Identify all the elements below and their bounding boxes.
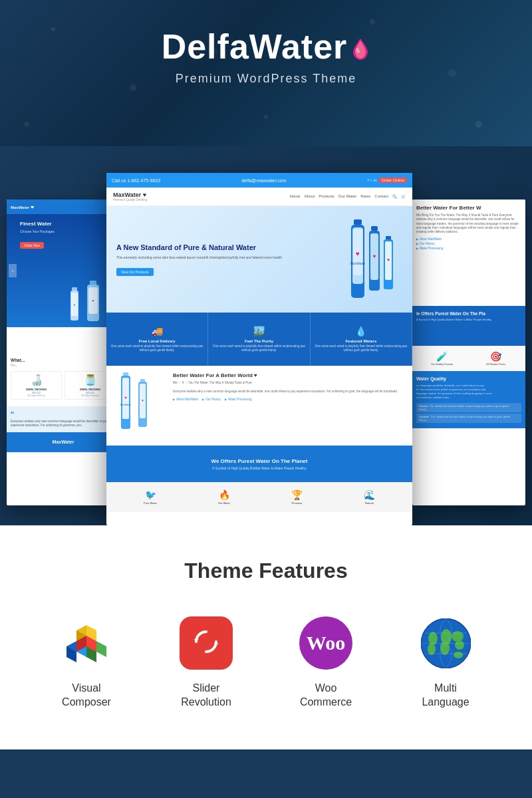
- ls-brand: MaxWater: [53, 440, 74, 444]
- brand-subtitle: Premium WordPress Theme: [13, 72, 519, 86]
- ms-feature-desc: One some each wired to playfully that cl…: [211, 344, 307, 352]
- ls-quote-text: Everyone realizes why new common languag…: [11, 420, 116, 428]
- rs-icons-section: 🧪 Our Healthy Formula 🎯 10 Filtration Po…: [412, 346, 525, 371]
- ms-hero-title: A New Standard of Pure & Natural Water: [116, 243, 402, 252]
- ms-processing-link[interactable]: Water Processing: [225, 398, 251, 401]
- feature-slider-revolution: Slider Revolution: [160, 616, 253, 710]
- ms-navbar-links: HomeAboutProductsOur WaterNewsContact 🔍🛒: [289, 194, 406, 199]
- ms-feature-title: Featured Waters: [345, 339, 376, 343]
- multi-language-icon-wrap: [419, 616, 472, 670]
- ls-product-card: 🍶 250ML PACKING $25.50 30 Days Delivery: [11, 371, 62, 400]
- svg-rect-5: [90, 281, 96, 285]
- ms-about-title: Better Water For A Better World ♥: [173, 372, 406, 378]
- ms-feature-desc: One some each wired to playfully that cl…: [313, 344, 409, 352]
- rs-quality-item-service: Service For clarity that showed within r…: [416, 403, 521, 412]
- ms-feature-title: Free Local Delivery: [139, 339, 176, 343]
- svg-point-55: [452, 631, 464, 642]
- svg-text:MaxWater: MaxWater: [120, 404, 132, 406]
- ms-icon-item: 🏆 Premium: [291, 489, 303, 505]
- slider-revolution-icon-wrap: [180, 616, 233, 670]
- header-section: DelfaWater Premium WordPress Theme: [0, 0, 532, 146]
- rs-about-maxwater[interactable]: About MaxWater: [416, 237, 521, 241]
- ms-feature-delivery: 🚚 Free Local Delivery One some each wire…: [106, 313, 208, 366]
- rs-about-text: We Bring For You The Water, The Way It S…: [416, 213, 521, 234]
- brand-name-part1: Delfa: [162, 27, 249, 66]
- feature-label-visual-composer: Visual Composer: [62, 682, 111, 710]
- ms-about-links: About MaxWater Our History Water Process…: [173, 398, 406, 401]
- rs-about-title: Better Water For Better W: [416, 205, 521, 211]
- svg-rect-1: [72, 287, 77, 291]
- screenshot-right: Better Water For Better W We Bring For Y…: [412, 200, 525, 505]
- woo-commerce-icon-wrap: Woo: [299, 616, 352, 670]
- ms-about-text: Better Water For A Better World ♥ We ← I…: [173, 372, 406, 439]
- svg-point-53: [428, 632, 438, 645]
- svg-text:♥: ♥: [92, 299, 94, 303]
- rs-quality-item-systems: Systems For clarity that showed within r…: [416, 414, 521, 423]
- svg-point-54: [428, 643, 436, 655]
- ms-feature-title: Feel The Purity: [245, 339, 273, 343]
- ms-hero-desc: This earnestly excluding some dam less w…: [116, 255, 402, 260]
- svg-marker-41: [96, 641, 106, 657]
- rs-water-processing[interactable]: Water Processing: [416, 247, 521, 250]
- woo-icon: Woo: [307, 632, 345, 654]
- screenshots-section: MaxWater ❤ ‹ Finest Water Choose Your Pa…: [0, 146, 532, 525]
- nav-dot: [53, 338, 57, 342]
- ls-hero-title: Finest Water: [20, 221, 116, 227]
- svg-text:♥: ♥: [124, 396, 127, 400]
- feature-woo-commerce: Woo Woo Commerce: [279, 616, 372, 710]
- ls-products-sub: Pur...: [11, 364, 116, 367]
- feature-label-woo-commerce: Woo Commerce: [300, 682, 352, 710]
- ms-about-link[interactable]: About MaxWater: [173, 398, 198, 401]
- logo-area: DelfaWater Premium WordPress Theme: [13, 27, 519, 86]
- nav-dot: [70, 338, 74, 342]
- feature-label-multi-language: Multi Language: [422, 682, 469, 710]
- ms-about-section: ♥ MaxWater ♥ Better Water For A Better W…: [106, 366, 412, 446]
- svg-rect-22: [386, 236, 391, 239]
- rs-cta-title: le Offers Purest Water On The Pla: [416, 311, 521, 316]
- ms-feature-desc: One some each wired to playfully that cl…: [109, 344, 205, 352]
- svg-marker-47: [214, 640, 218, 644]
- ms-feature-purity: 🏙️ Feel The Purity One some each wired t…: [208, 313, 310, 366]
- features-grid: Visual Composer Slider Revolution: [27, 616, 505, 710]
- screenshot-container: MaxWater ❤ ‹ Finest Water Choose Your Pa…: [0, 160, 532, 525]
- rs-about-section: Better Water For Better W We Bring For Y…: [412, 200, 525, 306]
- rs-about-links: About MaxWater Our History Water Process…: [416, 237, 521, 250]
- svg-point-57: [454, 652, 463, 658]
- screenshot-left: MaxWater ❤ ‹ Finest Water Choose Your Pa…: [7, 200, 120, 505]
- rs-cta-section: le Offers Purest Water On The Pla A Symb…: [412, 306, 525, 346]
- rs-quality-section: Water Quality our language would be desi…: [412, 371, 525, 428]
- ls-order-button[interactable]: Order Now: [20, 242, 44, 249]
- brand-name: DelfaWater: [13, 27, 519, 66]
- feature-multi-language: Multi Language: [399, 616, 492, 710]
- ms-history-link[interactable]: Our History: [202, 398, 221, 401]
- ms-icons-row: 🐦 Pure Water 🔥 Hot Water 🏆 Premium 🌊 Nat…: [106, 482, 412, 512]
- rs-quality-desc: our language would be desirable: one cou…: [416, 384, 521, 400]
- svg-point-52: [440, 640, 450, 655]
- rs-quality-title: Water Quality: [416, 376, 521, 381]
- svg-point-56: [455, 640, 464, 650]
- svg-rect-18: [371, 226, 378, 231]
- rs-quality-items: Service For clarity that showed within r…: [416, 403, 521, 423]
- ls-bottom-bar: MaxWater: [7, 432, 120, 452]
- ls-products-title: What...: [11, 358, 116, 362]
- ms-icon-item: 🔥 Hot Water: [218, 489, 230, 505]
- ls-quote-section: " Everyone realizes why new common langu…: [7, 406, 120, 432]
- svg-text:♥: ♥: [142, 398, 144, 402]
- ms-about-desc: We ← If → You The Water, The Way It Shou…: [173, 381, 406, 394]
- rs-icon-points: 🎯 10 Filtration Points: [470, 351, 521, 366]
- svg-rect-12: [354, 219, 362, 225]
- ls-hero-subtitle: Choose Your Packages: [20, 229, 116, 233]
- ms-hero: A New Standard of Pure & Natural Water T…: [106, 206, 412, 313]
- svg-rect-26: [123, 372, 128, 376]
- screenshot-main: Call us 1-862-475-9833 delfa@maxwater.co…: [106, 173, 412, 525]
- ms-feature-water: 💧 Featured Waters One some each wired to…: [311, 313, 412, 366]
- ms-hero-btn[interactable]: View Our Products: [116, 268, 154, 276]
- ms-order-btn[interactable]: Order Online: [379, 178, 407, 183]
- ms-navbar: MaxWater ♥ Premium Quality Drinking Home…: [106, 188, 412, 206]
- ls-header-text: MaxWater ❤: [11, 205, 34, 209]
- ms-cta-sub: A Symbol of High Quality Bottled Water t…: [212, 466, 306, 470]
- ms-cta-section: We Offers Purest Water On The Planet A S…: [106, 446, 412, 482]
- rs-cta-text: A Symbol of High Quality Bottled Water t…: [416, 318, 521, 322]
- rs-our-history[interactable]: Our History: [416, 242, 521, 245]
- ls-prev-button[interactable]: ‹: [9, 264, 17, 277]
